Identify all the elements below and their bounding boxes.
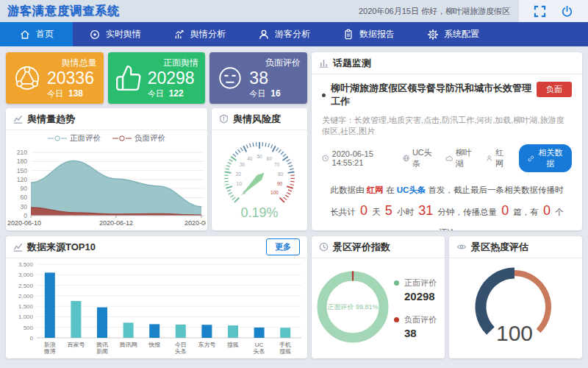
stat-label: 负面评价 <box>249 57 301 69</box>
comments-number: 0 <box>541 203 553 218</box>
shield-icon <box>219 114 229 124</box>
nav-label: 首页 <box>36 28 54 40</box>
topic-headline[interactable]: 柳叶湖旅游度假区领导督导防汛和城市长效管理工作 <box>322 82 537 108</box>
svg-text:2020-06-10: 2020-06-10 <box>7 219 41 227</box>
share-network-icon <box>12 63 42 93</box>
topic-panel: 话题监测 柳叶湖旅游度假区领导督导防汛和城市长效管理工作 负面 关键字：长效管理… <box>312 52 582 230</box>
svg-text:120: 120 <box>17 176 27 183</box>
svg-text:2020-06-12: 2020-06-12 <box>99 219 133 227</box>
legend-value: 38 <box>404 327 440 339</box>
svg-text:20: 20 <box>236 171 242 177</box>
svg-text:0: 0 <box>30 335 34 342</box>
trend-icon <box>13 242 23 252</box>
trend-legend: 正面评价负面评价 <box>6 130 207 146</box>
donut-legend: 正面评价 20298 负面评价 38 <box>394 277 445 339</box>
more-button[interactable]: 更多 <box>266 238 300 255</box>
svg-text:手机搜狐: 手机搜狐 <box>279 342 291 355</box>
risk-panel: 舆情风险度 01020304050607080901000.19% <box>212 108 307 230</box>
svg-text:0.19%: 0.19% <box>240 205 278 220</box>
evaluation-panel: 景区评价指数 正面评价 99.81% 正面评价 20298 负面评价 38 <box>312 236 445 358</box>
related-data-button[interactable]: 相关数据 <box>519 144 572 172</box>
svg-text:30: 30 <box>240 162 245 167</box>
today-value: 122 <box>169 88 184 99</box>
bar-chart-icon <box>319 58 329 68</box>
heat-gauge-chart: 100 <box>449 258 582 358</box>
evaluation-donut-chart: 正面评价 99.81% <box>312 258 394 358</box>
svg-text:3,000: 3,000 <box>18 272 34 278</box>
stat-label: 正面舆情 <box>148 57 199 69</box>
legend-value: 20298 <box>404 290 440 302</box>
top-bar: 游客满意度调查系统 2020年06月15日 你好，柳叶湖旅游度假区 <box>0 0 588 22</box>
svg-text:60: 60 <box>267 156 273 161</box>
stat-cards: 舆情总量 20336 今日138 正面舆情 20298 今日122 <box>6 52 307 104</box>
panel-title: 舆情风险度 <box>233 113 281 126</box>
app-window: 游客满意度调查系统 2020年06月15日 你好，柳叶湖旅游度假区 首页 实时舆… <box>0 0 588 368</box>
app-title: 游客满意度调查系统 <box>7 4 120 19</box>
nav-label: 游客分析 <box>275 28 310 40</box>
svg-text:新浪微博: 新浪微博 <box>44 342 56 355</box>
heat-panel: 景区热度评估 100 <box>449 236 582 358</box>
topic-time: 2020-06-15 14:55:21 <box>322 149 392 167</box>
target-icon <box>89 29 101 40</box>
days-number: 0 <box>358 203 370 218</box>
nav-item-analysis[interactable]: 舆情分析 <box>157 22 242 46</box>
legend-dot <box>394 280 399 286</box>
author-highlight: 红网 <box>367 185 384 194</box>
nav-item-realtime[interactable]: 实时舆情 <box>73 22 157 46</box>
source-highlight: UC头条 <box>397 185 426 194</box>
bullet-dot <box>322 93 326 97</box>
legend-item-positive: 正面评价 20298 <box>394 277 440 302</box>
svg-text:50: 50 <box>257 154 262 159</box>
svg-text:40: 40 <box>247 156 253 161</box>
chart-bars-icon <box>173 29 185 40</box>
link-icon <box>528 155 534 163</box>
svg-text:UC头条: UC头条 <box>254 342 265 355</box>
legend-item-negative: 负面评价 38 <box>394 314 440 339</box>
clock-icon <box>322 154 329 163</box>
nav-label: 数据报告 <box>359 28 395 40</box>
svg-text:90: 90 <box>277 181 283 186</box>
svg-text:百家号: 百家号 <box>67 342 85 348</box>
svg-text:30: 30 <box>21 203 28 210</box>
stat-card-positive: 正面舆情 20298 今日122 <box>108 52 206 104</box>
hours-number: 5 <box>383 203 395 218</box>
topic-source: UC头条 <box>403 147 434 169</box>
stat-card-negative: 负面评价 38 今日16 <box>209 52 307 104</box>
nav-label: 舆情分析 <box>190 28 226 40</box>
svg-text:今日头条: 今日头条 <box>175 342 187 355</box>
svg-text:100: 100 <box>496 321 533 345</box>
nav-item-home[interactable]: 首页 <box>0 22 73 46</box>
trend-chart: 03060901201501802102020-06-102020-06-122… <box>6 146 207 227</box>
svg-text:正面评价 99.81%: 正面评价 99.81% <box>326 303 378 311</box>
fullscreen-icon[interactable] <box>534 5 546 18</box>
dashboard-content: 舆情总量 20336 今日138 正面舆情 20298 今日122 <box>0 46 588 358</box>
user-icon <box>486 154 492 163</box>
cloud-icon <box>445 154 453 163</box>
main-nav: 首页 实时舆情 舆情分析 游客分析 数据报告 系统配置 <box>0 22 588 46</box>
stat-value: 20336 <box>47 69 97 88</box>
svg-text:腾讯网: 腾讯网 <box>120 342 137 348</box>
nav-item-settings[interactable]: 系统配置 <box>411 22 495 46</box>
today-label: 今日 <box>249 88 265 99</box>
nav-item-report[interactable]: 数据报告 <box>326 22 411 46</box>
nav-item-visitor[interactable]: 游客分析 <box>242 22 326 46</box>
legend-item: 正面评价 <box>48 133 101 144</box>
stat-value: 20298 <box>148 69 199 88</box>
svg-text:1,000: 1,000 <box>18 314 34 320</box>
svg-text:腾讯新闻: 腾讯新闻 <box>96 342 108 355</box>
sentiment-badge: 负面 <box>537 82 572 97</box>
svg-text:0: 0 <box>24 212 27 219</box>
panel-title: 话题监测 <box>333 57 371 70</box>
trend-panel: 舆情量趋势 正面评价负面评价 03060901201501802102020-0… <box>6 108 207 230</box>
svg-text:80: 80 <box>278 171 284 177</box>
svg-text:东方号: 东方号 <box>198 342 215 348</box>
power-icon[interactable] <box>561 5 573 18</box>
svg-text:100: 100 <box>270 190 279 195</box>
today-value: 138 <box>68 88 83 99</box>
topic-place: 柳叶湖 <box>445 147 475 169</box>
svg-text:1,500: 1,500 <box>18 303 34 310</box>
svg-text:210: 210 <box>17 149 27 156</box>
top10-panel: 数据来源TOP10 更多 05001,0001,5002,0002,5003,0… <box>6 236 307 358</box>
nav-label: 系统配置 <box>444 28 479 40</box>
panel-title: 数据来源TOP10 <box>27 241 96 254</box>
